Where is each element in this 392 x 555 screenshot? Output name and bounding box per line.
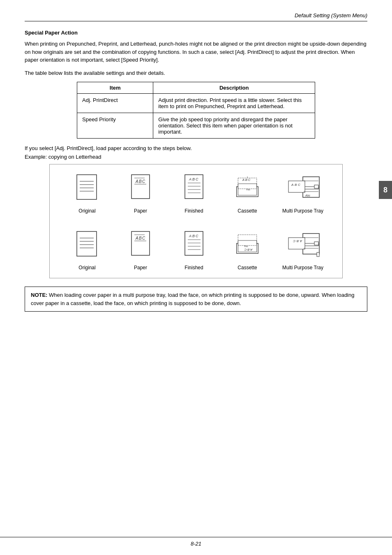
diagram-item-paper-2: A B C Paper <box>116 229 165 271</box>
svg-text:C: C <box>142 179 145 184</box>
finished-icon-1: A B C <box>180 173 208 206</box>
row1-item: Adj. PrintDirect <box>77 94 153 113</box>
svg-text:A: A <box>189 234 191 238</box>
col2-header: Description <box>153 82 315 94</box>
svg-text:C: C <box>142 236 145 240</box>
svg-text:B: B <box>192 234 195 238</box>
svg-text:Ybc: Ybc <box>244 244 248 247</box>
svg-rect-72 <box>317 252 319 257</box>
paper-icon-1: A B C <box>126 173 155 206</box>
svg-text:Abc: Abc <box>305 194 311 197</box>
table-intro: The table below lists the available sett… <box>25 69 367 77</box>
svg-text:C: C <box>196 234 198 238</box>
svg-text:A: A <box>291 183 293 187</box>
svg-text:A: A <box>189 177 191 181</box>
chapter-badge: 8 <box>379 181 392 199</box>
page-header: Default Setting (System Menu) <box>25 12 367 21</box>
svg-text:A: A <box>135 236 138 240</box>
cassette-icon-1: A B C Ybc <box>233 173 262 206</box>
svg-text:C: C <box>196 177 198 181</box>
settings-table: Item Description Adj. PrintDirect Adjust… <box>77 82 315 139</box>
label-paper-1: Paper <box>134 208 147 214</box>
svg-text:C: C <box>248 178 251 181</box>
original-icon-2 <box>73 229 101 262</box>
page-footer: 8-21 <box>0 537 392 547</box>
example-label: Example: copying on Letterhead <box>25 154 367 160</box>
svg-text:C: C <box>244 248 247 252</box>
diagram-item-original-2: Original <box>62 229 112 271</box>
diagram-container: Original A B C Paper <box>49 164 343 278</box>
svg-text:B: B <box>139 179 142 184</box>
svg-text:B: B <box>139 236 142 240</box>
diagram-item-mpt-2: A B C Multi Purpose Tray <box>276 229 330 271</box>
svg-rect-29 <box>314 185 318 188</box>
label-cassette-1: Cassette <box>238 208 257 214</box>
diagram-item-paper-1: A B C Paper <box>116 173 165 214</box>
label-original-1: Original <box>78 208 95 214</box>
cassette-icon-2: A B C Ybc <box>233 229 262 262</box>
paper-icon-2: A B C <box>126 229 155 262</box>
diagram-item-original-1: Original <box>62 173 112 214</box>
note-box: NOTE: When loading cover paper in a mult… <box>25 287 367 312</box>
original-icon-1 <box>73 173 101 206</box>
diagram-item-finished-2: A B C Finished <box>169 229 219 271</box>
svg-rect-42 <box>131 231 150 255</box>
svg-text:A: A <box>300 239 302 243</box>
svg-text:Ybc: Ybc <box>246 187 251 190</box>
page-number: 8-21 <box>191 541 201 547</box>
finished-icon-2: A B C <box>180 229 208 262</box>
mpt-icon-1: A B C Abc <box>282 173 323 206</box>
table-row: Adj. PrintDirect Adjust print direction.… <box>77 94 315 113</box>
intro-text: When printing on Prepunched, Preprint, a… <box>25 40 367 64</box>
diagram-item-mpt-1: A B C Abc Multi Purpose Tray <box>276 173 330 214</box>
svg-rect-65 <box>314 242 318 245</box>
diagram-row-2: Original A B C Paper <box>54 225 338 271</box>
svg-rect-0 <box>77 175 97 199</box>
section-title: Special Paper Action <box>25 30 367 36</box>
note-label: NOTE: <box>31 292 47 298</box>
header-title: Default Setting (System Menu) <box>295 12 367 18</box>
svg-text:A: A <box>242 178 244 181</box>
svg-rect-37 <box>77 231 97 256</box>
diagram-item-cassette-2: A B C Ybc Cassette <box>223 229 272 271</box>
label-mpt-2: Multi Purpose Tray <box>282 265 323 271</box>
row1-description: Adjust print direction. Print speed is a… <box>153 94 315 113</box>
chapter-number: 8 <box>383 186 387 194</box>
svg-rect-5 <box>131 175 150 199</box>
col1-header: Item <box>77 82 153 94</box>
svg-text:A: A <box>250 248 253 252</box>
svg-text:B: B <box>296 239 299 243</box>
label-original-2: Original <box>78 265 95 271</box>
svg-text:B: B <box>245 178 247 181</box>
label-finished-2: Finished <box>184 265 203 271</box>
diagram-row-1: Original A B C Paper <box>54 169 338 214</box>
note-text: When loading cover paper in a multi purp… <box>31 292 354 306</box>
steps-text: If you select [Adj. PrintDirect], load p… <box>25 145 367 151</box>
row2-description: Give the job speed top priority and disr… <box>153 113 315 139</box>
mpt-icon-2: A B C <box>282 229 323 262</box>
svg-text:C: C <box>298 183 300 187</box>
svg-text:C: C <box>293 239 295 243</box>
table-row: Speed Priority Give the job speed top pr… <box>77 113 315 139</box>
label-mpt-1: Multi Purpose Tray <box>282 208 323 214</box>
diagram-item-cassette-1: A B C Ybc Cassette <box>223 173 272 214</box>
row2-item: Speed Priority <box>77 113 153 139</box>
svg-text:B: B <box>247 248 249 252</box>
label-paper-2: Paper <box>134 265 147 271</box>
svg-text:A: A <box>135 179 138 184</box>
svg-text:B: B <box>192 177 195 181</box>
label-finished-1: Finished <box>184 208 203 214</box>
label-cassette-2: Cassette <box>238 265 257 271</box>
diagram-item-finished-1: A B C Finished <box>169 173 219 214</box>
svg-text:B: B <box>295 183 297 187</box>
